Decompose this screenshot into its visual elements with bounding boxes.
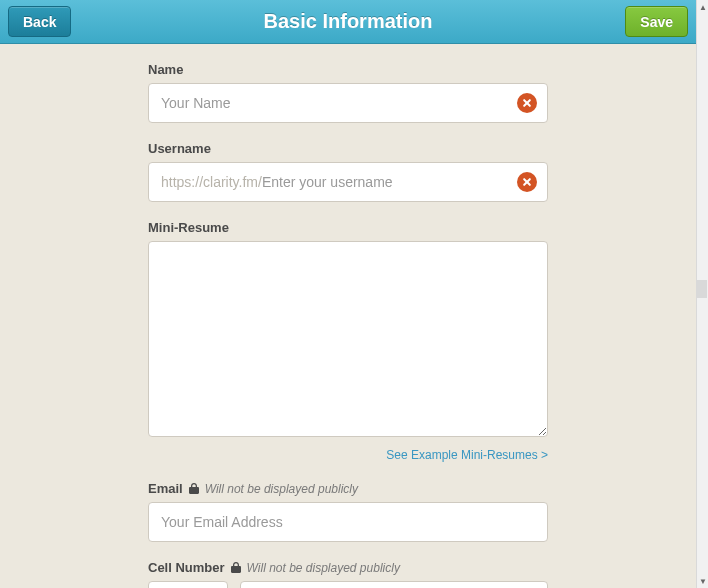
clear-icon[interactable] [517,172,537,192]
name-field: Name [148,62,548,123]
name-label: Name [148,62,548,77]
email-field: Email Will not be displayed publicly [148,481,548,542]
example-resumes-link[interactable]: See Example Mini-Resumes > [386,448,548,462]
scrollbar-marker [697,280,707,298]
email-label: Email [148,481,183,496]
username-field: Username https://clarity.fm/ [148,141,548,202]
lock-icon [189,483,199,494]
username-input[interactable] [262,174,507,190]
mini-resume-textarea[interactable] [148,241,548,437]
mini-resume-label: Mini-Resume [148,220,548,235]
name-input[interactable] [161,95,507,111]
header-bar: Back Basic Information Save [0,0,696,44]
cell-input-box [240,581,548,588]
country-code-select[interactable]: +1 [148,581,228,588]
back-button[interactable]: Back [8,6,71,37]
page-title: Basic Information [264,10,433,33]
clear-icon[interactable] [517,93,537,113]
name-input-box [148,83,548,123]
lock-icon [231,562,241,573]
page-scroll[interactable]: Back Basic Information Save Name Usernam… [0,0,696,588]
email-hint: Will not be displayed publicly [205,482,358,496]
cell-hint: Will not be displayed publicly [247,561,400,575]
email-input[interactable] [161,514,507,530]
cell-field: Cell Number Will not be displayed public… [148,560,548,588]
app-viewport: Back Basic Information Save Name Usernam… [0,0,708,588]
cell-label: Cell Number [148,560,225,575]
form-content: Name Username https://clarity.fm/ [0,44,696,588]
email-input-box [148,502,548,542]
scroll-up-arrow-icon[interactable]: ▲ [697,0,708,14]
window-scrollbar[interactable]: ▲ ▼ [696,0,708,588]
username-prefix: https://clarity.fm/ [161,174,262,190]
username-label: Username [148,141,548,156]
scroll-down-arrow-icon[interactable]: ▼ [697,574,708,588]
username-input-box: https://clarity.fm/ [148,162,548,202]
mini-resume-field: Mini-Resume See Example Mini-Resumes > [148,220,548,463]
save-button[interactable]: Save [625,6,688,37]
